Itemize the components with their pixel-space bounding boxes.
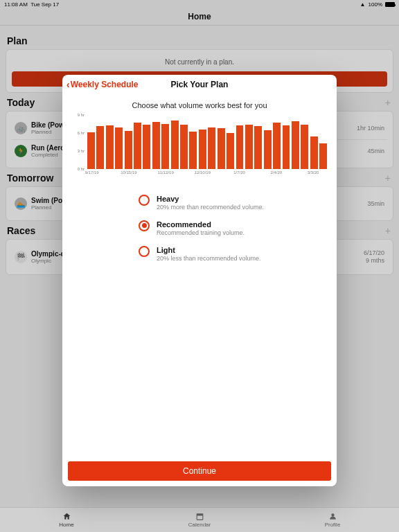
x-tick: 12/10/19 bbox=[195, 170, 211, 175]
chart-bar bbox=[264, 130, 272, 169]
y-tick: 0 hr bbox=[78, 167, 85, 171]
volume-chart: 0 hr3 hr6 hr9 hr 9/17/1910/15/1911/12/19… bbox=[62, 115, 337, 179]
continue-button[interactable]: Continue bbox=[68, 461, 331, 481]
volume-option-heavy[interactable]: Heavy20% more than recommended volume. bbox=[139, 190, 337, 215]
volume-option-light[interactable]: Light20% less than recommended volume. bbox=[139, 241, 337, 267]
chart-bar bbox=[283, 125, 290, 169]
chart-bar bbox=[180, 125, 188, 169]
modal-title: Pick Your Plan bbox=[171, 80, 229, 89]
y-tick: 3 hr bbox=[78, 149, 85, 153]
option-subtitle: 20% less than recommended volume. bbox=[157, 255, 261, 262]
chart-bar bbox=[161, 124, 169, 169]
modal-header: ‹ Weekly Schedule Pick Your Plan bbox=[62, 75, 337, 94]
chart-bar bbox=[292, 121, 299, 169]
x-tick: 10/15/19 bbox=[121, 170, 136, 175]
radio-icon bbox=[139, 220, 150, 231]
chart-bar bbox=[301, 125, 308, 169]
x-tick: 3/3/20 bbox=[308, 170, 319, 175]
chart-bar bbox=[199, 130, 206, 169]
chart-bar bbox=[254, 126, 262, 169]
chart-bar bbox=[273, 123, 281, 169]
chart-bar bbox=[171, 121, 179, 169]
chart-bar bbox=[134, 123, 141, 169]
radio-icon bbox=[139, 246, 150, 257]
volume-option-recommended[interactable]: RecommendedRecommended training volume. bbox=[139, 215, 337, 241]
option-title: Light bbox=[157, 246, 261, 255]
chart-bar bbox=[87, 132, 95, 169]
chart-bar bbox=[125, 131, 132, 169]
chart-bar bbox=[218, 128, 225, 169]
chart-bar bbox=[152, 122, 160, 169]
x-tick: 11/12/19 bbox=[157, 170, 173, 175]
x-tick: 2/4/20 bbox=[270, 170, 282, 175]
chart-bar bbox=[96, 126, 104, 169]
chart-bar bbox=[310, 136, 318, 169]
chart-bar bbox=[319, 143, 327, 169]
chart-bar bbox=[106, 125, 114, 169]
chart-bar bbox=[143, 125, 150, 169]
modal-subtitle: Choose what volume works best for you bbox=[62, 101, 337, 109]
pick-plan-modal: ‹ Weekly Schedule Pick Your Plan Choose … bbox=[62, 75, 337, 486]
chart-bar bbox=[236, 125, 244, 169]
radio-icon bbox=[139, 195, 150, 206]
chart-bar bbox=[227, 133, 234, 169]
option-title: Recommended bbox=[157, 220, 245, 229]
chart-bar bbox=[115, 127, 123, 169]
back-button[interactable]: ‹ Weekly Schedule bbox=[66, 75, 139, 94]
option-subtitle: 20% more than recommended volume. bbox=[157, 204, 264, 211]
chevron-left-icon: ‹ bbox=[66, 80, 70, 89]
y-tick: 9 hr bbox=[78, 113, 85, 117]
option-subtitle: Recommended training volume. bbox=[157, 229, 245, 236]
chart-bar bbox=[189, 132, 197, 169]
x-tick: 9/17/19 bbox=[85, 170, 99, 175]
option-title: Heavy bbox=[157, 195, 264, 204]
volume-options: Heavy20% more than recommended volume.Re… bbox=[139, 190, 337, 267]
y-tick: 6 hr bbox=[78, 131, 85, 135]
chart-bar bbox=[208, 127, 215, 169]
x-tick: 1/7/20 bbox=[233, 170, 245, 175]
chart-bar bbox=[245, 125, 253, 169]
